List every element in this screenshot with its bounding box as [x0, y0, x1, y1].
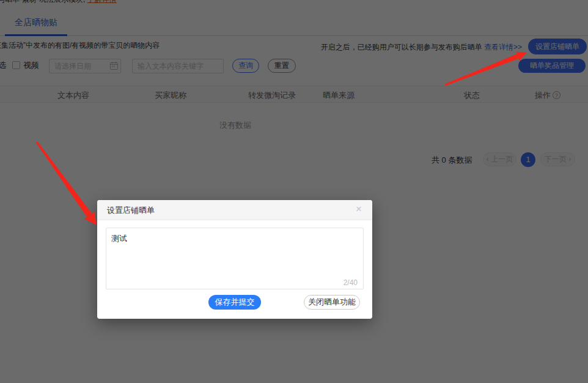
modal-dim-overlay[interactable]: [0, 0, 588, 383]
setup-shop-review-modal: 设置店铺晒单 × 2/40 保存并提交 关闭晒单功能: [97, 200, 372, 319]
save-submit-button[interactable]: 保存并提交: [208, 295, 261, 310]
char-counter: 2/40: [344, 278, 358, 287]
close-icon[interactable]: ×: [353, 203, 365, 215]
modal-header: 设置店铺晒单 ×: [97, 200, 372, 220]
modal-title: 设置店铺晒单: [107, 200, 155, 220]
review-text-textarea[interactable]: [106, 228, 364, 289]
disable-review-button[interactable]: 关闭晒单功能: [304, 295, 360, 310]
